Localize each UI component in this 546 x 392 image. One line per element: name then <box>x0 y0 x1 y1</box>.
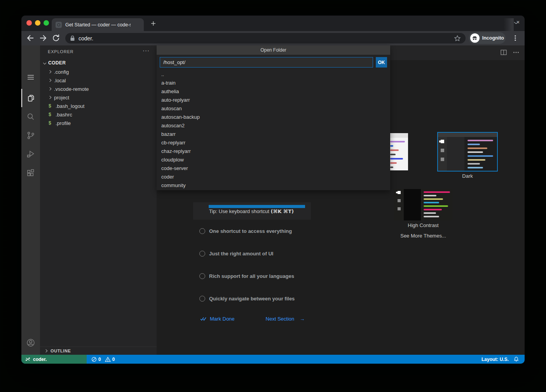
checklist-radio-icon[interactable] <box>199 228 205 234</box>
code-line <box>468 155 493 157</box>
notifications-bell-icon[interactable] <box>513 356 519 362</box>
status-bar: coder. 0 0 Layout: U.S. <box>21 355 525 364</box>
browser-menu-button[interactable] <box>512 35 521 43</box>
address-bar[interactable]: coder. <box>65 33 466 43</box>
folder-list-item[interactable]: autoscan <box>157 104 390 113</box>
tree-row[interactable]: .local <box>40 76 157 85</box>
incognito-icon <box>470 33 480 43</box>
dark-thumb-titlebar <box>438 133 497 137</box>
lock-icon <box>70 35 75 41</box>
tree-row[interactable]: $ .bashrc <box>40 110 157 119</box>
folder-list-item[interactable]: auto-replyarr <box>157 96 390 104</box>
errors-icon <box>91 357 97 362</box>
new-tab-button[interactable] <box>150 20 157 27</box>
checklist-radio-icon[interactable] <box>199 251 205 257</box>
folder-list-item[interactable]: code-server <box>157 164 390 173</box>
forward-button[interactable] <box>39 34 48 43</box>
tree-item-label: .bashrc <box>56 112 72 118</box>
bookmark-star-icon[interactable] <box>454 35 461 42</box>
see-more-themes-link[interactable]: See More Themes... <box>394 233 452 239</box>
source-control-icon[interactable] <box>21 126 40 144</box>
code-line <box>424 198 443 200</box>
tree-row[interactable]: .vscode-remote <box>40 85 157 93</box>
close-window-button[interactable] <box>26 20 32 26</box>
minimize-window-button[interactable] <box>35 20 40 26</box>
folder-list-item[interactable]: cb-replyarr <box>157 139 390 147</box>
tree-item-label: .bash_logout <box>56 103 84 109</box>
tree-row[interactable]: .config <box>40 68 157 76</box>
dark-theme-thumbnail[interactable] <box>437 132 498 172</box>
remote-indicator[interactable]: coder. <box>21 355 87 364</box>
code-line <box>390 154 396 155</box>
checklist-item[interactable]: Rich support for all your languages <box>199 272 295 280</box>
folder-list-item[interactable]: a-train <box>157 79 390 87</box>
folder-path-input[interactable] <box>160 57 373 68</box>
search-icon[interactable] <box>21 108 40 126</box>
folder-list-item[interactable]: coder <box>157 173 390 181</box>
checklist-label: Quickly navigate between your files <box>209 296 295 302</box>
maximize-window-button[interactable] <box>44 20 49 26</box>
code-line <box>390 149 399 151</box>
more-actions-icon[interactable] <box>512 49 520 56</box>
code-line <box>424 195 436 196</box>
shellscript-icon: $ <box>49 103 52 109</box>
light-theme-thumbnail[interactable] <box>390 133 408 170</box>
next-section-link[interactable]: Next Section <box>266 316 295 322</box>
browser-tab[interactable]: Get Started — coder — code-s <box>52 18 144 31</box>
vscode-workbench: EXPLORER ··· CODER .config <box>21 45 525 364</box>
split-editor-icon[interactable] <box>500 49 508 56</box>
folder-list-item[interactable]: authelia <box>157 87 390 96</box>
explorer-more-actions[interactable]: ··· <box>143 47 150 54</box>
menu-hamburger-icon[interactable] <box>21 68 40 86</box>
chevron-right-icon <box>48 70 51 73</box>
tree-row[interactable]: project <box>40 93 157 102</box>
explorer-icon[interactable] <box>21 89 40 107</box>
double-check-icon <box>200 316 207 321</box>
browse-themes-button-edge[interactable] <box>209 205 305 208</box>
folder-list-item[interactable]: chaz-replyarr <box>157 147 390 156</box>
code-line <box>424 209 442 210</box>
folder-list-item[interactable]: cloudplow <box>157 156 390 164</box>
shellscript-icon: $ <box>49 120 52 126</box>
tree-row[interactable]: $ .profile <box>40 119 157 127</box>
reload-button[interactable] <box>52 34 61 43</box>
checklist-item[interactable]: Quickly navigate between your files <box>199 294 295 303</box>
chevron-right-icon <box>48 96 51 99</box>
shellscript-icon: $ <box>49 112 52 117</box>
tree-root-coder[interactable]: CODER <box>40 59 157 67</box>
dark-thumb-activitybar <box>438 137 447 171</box>
checklist-radio-icon[interactable] <box>199 296 205 302</box>
explorer-sidebar: EXPLORER ··· CODER .config <box>40 45 157 355</box>
checklist-item[interactable]: Just the right amount of UI <box>199 249 295 258</box>
account-icon[interactable] <box>21 333 40 352</box>
folder-list-item[interactable]: .. <box>157 70 390 79</box>
keyboard-layout-indicator[interactable]: Layout: U.S. <box>481 357 509 362</box>
dark-thumb-sidebar <box>447 137 464 171</box>
ok-button[interactable]: OK <box>376 57 387 68</box>
folder-list-item[interactable]: autoscan2 <box>157 121 390 130</box>
folder-list-item[interactable]: autoscan-backup <box>157 113 390 121</box>
tree-item-label: .vscode-remote <box>54 86 89 92</box>
code-line <box>468 167 483 168</box>
code-line <box>390 141 405 142</box>
tab-search-chevron-icon[interactable] <box>513 21 519 25</box>
checklist-item[interactable]: One shortcut to access everything <box>199 227 295 235</box>
extensions-icon[interactable] <box>21 164 40 182</box>
problems-indicator[interactable]: 0 0 <box>91 357 115 362</box>
checklist-radio-icon[interactable] <box>199 273 205 279</box>
folder-list-item[interactable]: bazarr <box>157 130 390 139</box>
mark-done-link[interactable]: Mark Done <box>210 316 235 322</box>
tree-row[interactable]: $ .bash_logout <box>40 102 157 110</box>
folder-list-item[interactable]: community <box>157 181 390 190</box>
folder-list: .. a-train authelia auto-replyarr autosc… <box>157 70 390 190</box>
high-contrast-theme-thumbnail[interactable] <box>394 189 452 220</box>
light-thumb-code-lines <box>390 138 408 170</box>
explorer-header: EXPLORER <box>48 49 73 54</box>
dark-thumb-code-lines <box>464 137 497 171</box>
outline-section[interactable]: OUTLINE <box>40 347 157 355</box>
back-button[interactable] <box>26 34 35 43</box>
code-line <box>390 145 393 147</box>
run-debug-icon[interactable] <box>21 145 40 163</box>
browser-toolbar: coder. Incognito <box>21 31 525 45</box>
code-line <box>468 151 483 153</box>
